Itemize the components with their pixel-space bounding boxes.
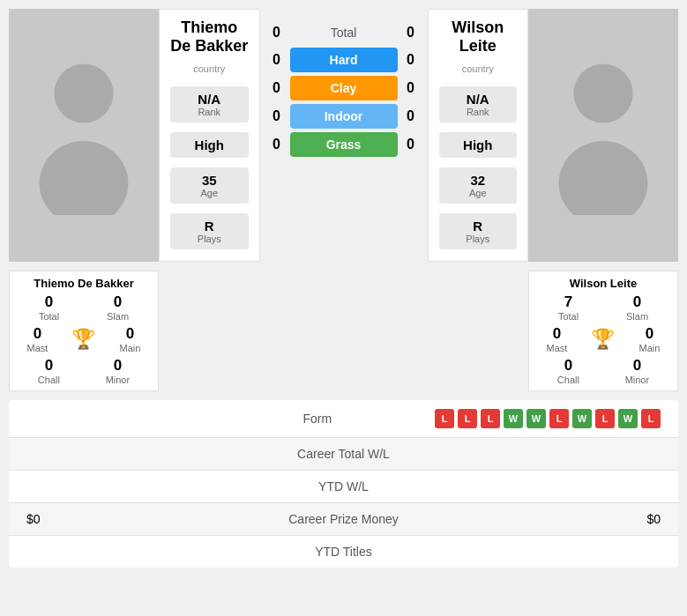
- right-age-label: Age: [448, 188, 509, 198]
- left-rank-value: N/A: [179, 92, 240, 107]
- right-minor-lbl: Minor: [625, 375, 650, 385]
- main-container: Thiemo De Bakker country N/A Rank High 3…: [0, 0, 687, 576]
- right-minor-val: 0: [625, 357, 650, 375]
- clay-right: 0: [398, 80, 424, 96]
- grass-right: 0: [398, 137, 424, 152]
- left-high-box: High: [170, 132, 249, 158]
- right-stats-row3: 0 Chall 0 Minor: [534, 357, 672, 385]
- right-slam-lbl: Slam: [626, 311, 648, 322]
- career-prize-label: Career Prize Money: [203, 512, 484, 526]
- career-prize-row: $0 Career Prize Money $0: [9, 503, 678, 536]
- right-rank-box: N/A Rank: [439, 86, 518, 122]
- right-plays-box: R Plays: [439, 213, 518, 249]
- ytd-titles-label: YTD Titles: [203, 545, 484, 559]
- left-player-name: Thiemo De Bakker: [170, 19, 249, 56]
- hard-left: 0: [264, 52, 290, 68]
- right-plays-value: R: [448, 219, 509, 234]
- right-total-val: 7: [558, 293, 579, 311]
- right-player-name: Wilson Leite: [439, 19, 518, 56]
- left-minor-lbl: Minor: [106, 375, 131, 385]
- left-chall-lbl: Chall: [38, 375, 60, 385]
- left-player-photo: [9, 9, 159, 262]
- total-left: 0: [264, 25, 290, 41]
- left-mast-stat: 0 Mast: [27, 325, 49, 353]
- left-age-value: 35: [179, 173, 240, 188]
- left-prize: $0: [26, 512, 203, 526]
- ytd-wl-row: YTD W/L: [9, 471, 678, 503]
- right-mast-lbl: Mast: [547, 343, 568, 353]
- right-rank-value: N/A: [448, 92, 509, 107]
- right-plays-label: Plays: [448, 234, 509, 244]
- right-name-below: Wilson Leite: [534, 277, 672, 290]
- hard-row: 0 Hard 0: [264, 48, 424, 72]
- form-badge-l: L: [641, 409, 661, 428]
- hard-right: 0: [398, 52, 424, 68]
- left-chall-stat: 0 Chall: [38, 357, 60, 385]
- right-mast-val: 0: [547, 325, 568, 343]
- total-row: 0 Total 0: [264, 9, 424, 48]
- left-stats-row3: 0 Chall 0 Minor: [15, 357, 153, 385]
- right-prize: $0: [484, 512, 661, 526]
- right-trophy-icon: 🏆: [591, 328, 615, 351]
- left-plays-box: R Plays: [170, 213, 249, 249]
- grass-button[interactable]: Grass: [290, 132, 398, 157]
- left-stats-row1: 0 Total 0 Slam: [15, 293, 153, 322]
- left-mast-val: 0: [27, 325, 49, 343]
- left-total-lbl: Total: [39, 311, 59, 322]
- indoor-right: 0: [398, 108, 424, 124]
- left-stats-panel: Thiemo De Bakker country N/A Rank High 3…: [159, 9, 260, 262]
- grass-row: 0 Grass 0: [264, 132, 424, 157]
- left-slam-val: 0: [107, 293, 129, 311]
- clay-button[interactable]: Clay: [290, 76, 398, 100]
- right-player-info: Wilson Leite 7 Total 0 Slam 0 Mast 🏆: [528, 271, 678, 391]
- hard-button[interactable]: Hard: [290, 48, 398, 72]
- right-minor-stat: 0 Minor: [625, 357, 650, 385]
- form-badge-l: L: [595, 409, 615, 428]
- left-mast-lbl: Mast: [27, 343, 49, 353]
- comparison-section: Thiemo De Bakker country N/A Rank High 3…: [9, 9, 678, 262]
- left-main-val: 0: [120, 325, 141, 343]
- indoor-row: 0 Indoor 0: [264, 104, 424, 129]
- svg-point-3: [559, 141, 648, 215]
- career-total-row: Career Total W/L: [9, 438, 678, 471]
- form-label: Form: [203, 412, 432, 426]
- left-age-box: 35 Age: [170, 167, 249, 204]
- left-player-info: Thiemo De Bakker 0 Total 0 Slam 0 Mast 🏆: [9, 271, 159, 391]
- right-stats-row2: 0 Mast 🏆 0 Main: [534, 325, 672, 353]
- svg-point-0: [54, 63, 113, 122]
- form-badge-l: L: [481, 409, 500, 428]
- right-slam-stat: 0 Slam: [626, 293, 648, 322]
- center-spacer: [159, 271, 528, 391]
- left-main-lbl: Main: [120, 343, 141, 353]
- bottom-section: Form LLLWWLWLWL Career Total W/L YTD W/L…: [9, 400, 678, 568]
- left-trophy-icon: 🏆: [71, 328, 95, 351]
- right-chall-stat: 0 Chall: [557, 357, 579, 385]
- left-rank-label: Rank: [179, 107, 240, 117]
- center-scores: 0 Total 0 0 Hard 0 0 Clay 0 0 Indoor 0: [260, 9, 428, 262]
- left-minor-val: 0: [106, 357, 131, 375]
- clay-row: 0 Clay 0: [264, 76, 424, 100]
- right-total-lbl: Total: [558, 311, 579, 322]
- grass-left: 0: [264, 137, 290, 152]
- right-country: country: [439, 63, 518, 74]
- svg-point-1: [40, 141, 129, 215]
- right-chall-val: 0: [557, 357, 579, 375]
- left-name-below: Thiemo De Bakker: [15, 277, 153, 290]
- right-total-stat: 7 Total: [558, 293, 579, 322]
- left-chall-val: 0: [38, 357, 60, 375]
- left-high-value: High: [179, 137, 240, 152]
- left-total-val: 0: [39, 293, 59, 311]
- form-badges: LLLWWLWLWL: [432, 409, 661, 428]
- clay-left: 0: [264, 80, 290, 96]
- left-age-label: Age: [179, 188, 240, 198]
- right-player-photo: [528, 9, 678, 262]
- left-plays-label: Plays: [179, 234, 240, 244]
- right-main-lbl: Main: [639, 343, 661, 353]
- total-label: Total: [290, 26, 398, 40]
- indoor-button[interactable]: Indoor: [290, 104, 398, 129]
- form-badge-w: W: [618, 409, 638, 428]
- left-country: country: [170, 63, 249, 74]
- ytd-wl-label: YTD W/L: [203, 479, 484, 494]
- left-total-stat: 0 Total: [39, 293, 59, 322]
- form-badge-w: W: [504, 409, 523, 428]
